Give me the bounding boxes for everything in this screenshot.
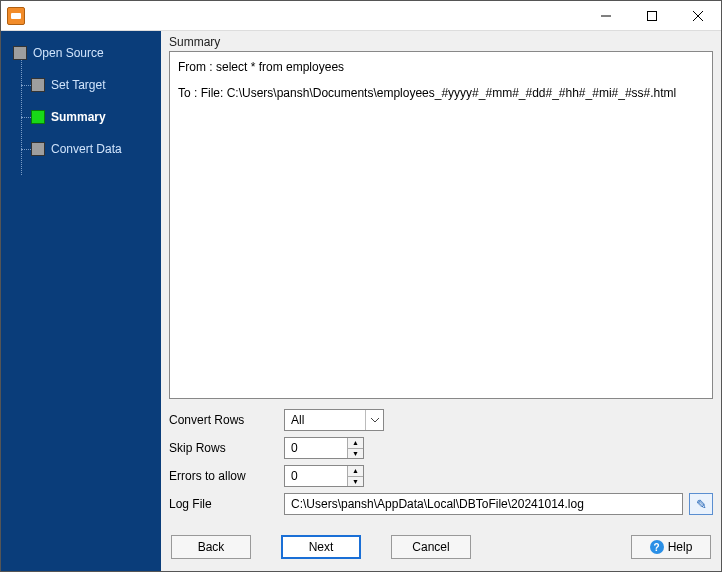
titlebar xyxy=(1,1,721,31)
sidebar-item-open-source[interactable]: Open Source xyxy=(1,41,161,65)
summary-textarea[interactable]: From : select * from employees To : File… xyxy=(169,51,713,399)
summary-from-line: From : select * from employees xyxy=(178,58,704,76)
main-panel: Summary From : select * from employees T… xyxy=(161,31,721,571)
help-button[interactable]: ? Help xyxy=(631,535,711,559)
errors-allow-value: 0 xyxy=(291,469,298,483)
maximize-icon xyxy=(647,11,657,21)
next-button[interactable]: Next xyxy=(281,535,361,559)
wizard-button-bar: Back Next Cancel ? Help xyxy=(161,527,721,571)
log-file-browse-button[interactable]: ✎ xyxy=(689,493,713,515)
sidebar-item-label: Convert Data xyxy=(51,142,122,156)
back-button[interactable]: Back xyxy=(171,535,251,559)
summary-group-label: Summary xyxy=(161,31,721,49)
log-file-value: C:\Users\pansh\AppData\Local\DBToFile\20… xyxy=(291,497,584,511)
close-icon xyxy=(693,11,703,21)
sidebar-item-convert-data[interactable]: Convert Data xyxy=(1,137,161,161)
app-window: Open Source Set Target Summary Convert D… xyxy=(0,0,722,572)
summary-to-line: To : File: C:\Users\pansh\Documents\empl… xyxy=(178,84,704,102)
chevron-down-icon xyxy=(365,410,383,430)
cancel-button[interactable]: Cancel xyxy=(391,535,471,559)
skip-rows-value: 0 xyxy=(291,441,298,455)
help-icon: ? xyxy=(650,540,664,554)
options-form: Convert Rows All Skip Rows 0 ▲ ▼ xyxy=(161,407,721,527)
browse-icon: ✎ xyxy=(696,497,707,512)
spin-up-icon[interactable]: ▲ xyxy=(348,466,363,477)
step-icon xyxy=(13,46,27,60)
minimize-icon xyxy=(601,11,611,21)
close-button[interactable] xyxy=(675,1,721,31)
log-file-field[interactable]: C:\Users\pansh\AppData\Local\DBToFile\20… xyxy=(284,493,683,515)
wizard-sidebar: Open Source Set Target Summary Convert D… xyxy=(1,31,161,571)
convert-rows-label: Convert Rows xyxy=(169,413,284,427)
convert-rows-value: All xyxy=(291,413,304,427)
minimize-button[interactable] xyxy=(583,1,629,31)
skip-rows-label: Skip Rows xyxy=(169,441,284,455)
maximize-button[interactable] xyxy=(629,1,675,31)
spin-up-icon[interactable]: ▲ xyxy=(348,438,363,449)
step-icon xyxy=(31,78,45,92)
step-icon xyxy=(31,110,45,124)
sidebar-item-label: Open Source xyxy=(33,46,104,60)
errors-allow-spinner[interactable]: 0 ▲ ▼ xyxy=(284,465,364,487)
app-icon xyxy=(7,7,25,25)
svg-rect-1 xyxy=(648,11,657,20)
spin-down-icon[interactable]: ▼ xyxy=(348,449,363,459)
sidebar-item-label: Summary xyxy=(51,110,106,124)
convert-rows-combo[interactable]: All xyxy=(284,409,384,431)
step-icon xyxy=(31,142,45,156)
errors-allow-label: Errors to allow xyxy=(169,469,284,483)
sidebar-item-label: Set Target xyxy=(51,78,105,92)
skip-rows-spinner[interactable]: 0 ▲ ▼ xyxy=(284,437,364,459)
sidebar-item-summary[interactable]: Summary xyxy=(1,105,161,129)
sidebar-item-set-target[interactable]: Set Target xyxy=(1,73,161,97)
spin-down-icon[interactable]: ▼ xyxy=(348,477,363,487)
log-file-label: Log File xyxy=(169,497,284,511)
